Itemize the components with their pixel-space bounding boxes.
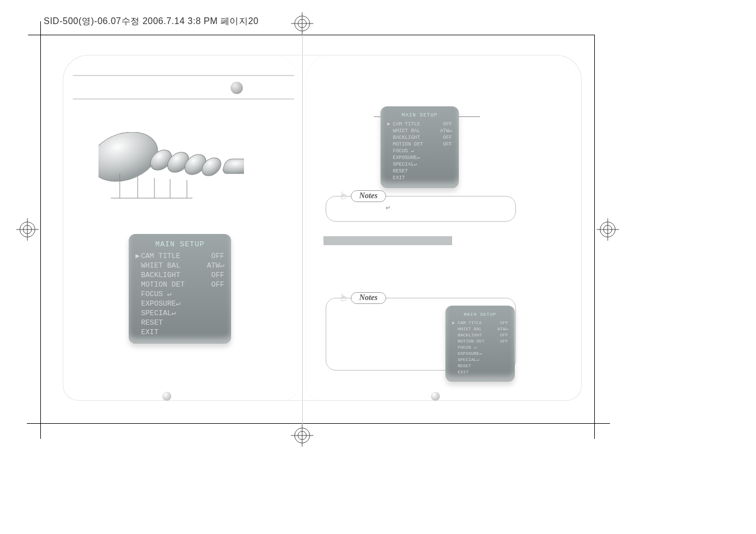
print-filename: SID-500(영)-06.07수정 2006.7.14 3:8 PM 페이지2… — [44, 16, 259, 27]
registration-mark — [294, 428, 310, 443]
gray-placeholder-bar — [323, 236, 452, 245]
trim-edge — [594, 35, 595, 424]
crop-mark — [40, 423, 41, 439]
notes-badge: Notes — [351, 292, 386, 304]
bullet-icon — [231, 82, 243, 94]
registration-mark — [20, 222, 35, 237]
callout-line — [459, 116, 480, 117]
menu-title: MAIN SETUP — [452, 311, 508, 317]
trim-edge — [40, 35, 41, 424]
svg-rect-5 — [222, 159, 244, 174]
hand-icon: ☞ — [339, 292, 349, 302]
section-rule — [73, 75, 294, 76]
menu-title: MAIN SETUP — [387, 112, 452, 119]
section-rule — [73, 99, 294, 100]
callout-line — [374, 116, 381, 117]
crop-mark — [594, 423, 610, 424]
registration-mark — [294, 16, 310, 31]
main-setup-menu-small: MAIN SETUP ▶CAM TITLEOFF WHIET BALATW↵ B… — [381, 106, 459, 188]
trim-edge — [40, 423, 594, 424]
menu-title: MAIN SETUP — [135, 240, 224, 249]
note-enter-symbol: ↵ — [386, 204, 391, 212]
note-callout: ☞ Notes ↵ — [326, 196, 516, 222]
main-setup-menu-large: MAIN SETUP ▶CAM TITLEOFF WHIET BALATW↵ B… — [129, 234, 231, 344]
registration-mark — [600, 222, 616, 237]
main-setup-menu-tiny: MAIN SETUP ▶CAM TITLEOFF WHIET BALATW↵ B… — [445, 306, 515, 382]
trim-edge — [40, 35, 594, 35]
page-number-dot — [162, 392, 171, 401]
crop-mark — [594, 423, 595, 439]
page-number-dot — [431, 392, 440, 401]
keypad-illustration — [98, 132, 244, 199]
notes-badge: Notes — [351, 190, 386, 202]
hand-icon: ☞ — [339, 190, 349, 200]
